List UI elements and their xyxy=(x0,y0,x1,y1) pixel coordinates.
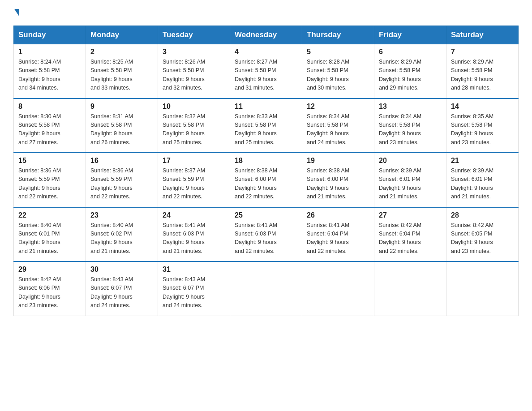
day-info: Sunrise: 8:25 AMSunset: 5:58 PMDaylight:… xyxy=(90,59,133,91)
day-info: Sunrise: 8:27 AMSunset: 5:58 PMDaylight:… xyxy=(235,59,277,91)
day-number: 17 xyxy=(163,157,225,165)
day-cell-17: 17Sunrise: 8:37 AMSunset: 5:59 PMDayligh… xyxy=(158,153,230,207)
empty-cell xyxy=(230,261,302,316)
day-info: Sunrise: 8:43 AMSunset: 6:07 PMDaylight:… xyxy=(163,276,205,308)
calendar-table: SundayMondayTuesdayWednesdayThursdayFrid… xyxy=(13,26,519,316)
day-info: Sunrise: 8:34 AMSunset: 5:58 PMDaylight:… xyxy=(307,113,349,146)
week-row-3: 15Sunrise: 8:36 AMSunset: 5:59 PMDayligh… xyxy=(14,153,519,207)
day-info: Sunrise: 8:40 AMSunset: 6:02 PMDaylight:… xyxy=(90,222,133,254)
day-number: 7 xyxy=(451,48,514,56)
empty-cell xyxy=(446,261,519,316)
logo-triangle-icon xyxy=(14,9,19,17)
day-number: 10 xyxy=(163,103,225,111)
day-cell-29: 29Sunrise: 8:42 AMSunset: 6:06 PMDayligh… xyxy=(14,261,86,316)
header-saturday: Saturday xyxy=(446,26,519,44)
day-info: Sunrise: 8:43 AMSunset: 6:07 PMDaylight:… xyxy=(90,276,133,308)
day-info: Sunrise: 8:39 AMSunset: 6:01 PMDaylight:… xyxy=(451,167,493,200)
day-number: 15 xyxy=(18,157,81,165)
day-cell-26: 26Sunrise: 8:41 AMSunset: 6:04 PMDayligh… xyxy=(302,207,374,262)
day-number: 26 xyxy=(307,211,369,219)
week-row-5: 29Sunrise: 8:42 AMSunset: 6:06 PMDayligh… xyxy=(14,261,519,316)
week-row-2: 8Sunrise: 8:30 AMSunset: 5:58 PMDaylight… xyxy=(14,98,519,153)
week-row-1: 1Sunrise: 8:24 AMSunset: 5:58 PMDaylight… xyxy=(14,44,519,98)
empty-cell xyxy=(302,261,374,316)
day-cell-18: 18Sunrise: 8:38 AMSunset: 6:00 PMDayligh… xyxy=(230,153,302,207)
day-cell-8: 8Sunrise: 8:30 AMSunset: 5:58 PMDaylight… xyxy=(14,98,86,153)
day-number: 6 xyxy=(379,48,442,56)
day-cell-16: 16Sunrise: 8:36 AMSunset: 5:59 PMDayligh… xyxy=(86,153,158,207)
day-number: 24 xyxy=(163,211,225,219)
day-number: 30 xyxy=(90,265,153,274)
header-wednesday: Wednesday xyxy=(230,26,302,44)
day-info: Sunrise: 8:38 AMSunset: 6:00 PMDaylight:… xyxy=(307,167,349,200)
day-cell-27: 27Sunrise: 8:42 AMSunset: 6:04 PMDayligh… xyxy=(374,207,446,262)
day-info: Sunrise: 8:38 AMSunset: 6:00 PMDaylight:… xyxy=(235,167,277,200)
day-info: Sunrise: 8:40 AMSunset: 6:01 PMDaylight:… xyxy=(18,222,61,254)
day-info: Sunrise: 8:41 AMSunset: 6:04 PMDaylight:… xyxy=(307,222,349,254)
day-cell-30: 30Sunrise: 8:43 AMSunset: 6:07 PMDayligh… xyxy=(86,261,158,316)
day-number: 20 xyxy=(379,157,442,165)
day-number: 23 xyxy=(90,211,153,219)
day-number: 28 xyxy=(451,211,514,219)
day-info: Sunrise: 8:41 AMSunset: 6:03 PMDaylight:… xyxy=(163,222,205,254)
day-number: 13 xyxy=(379,103,442,111)
day-info: Sunrise: 8:42 AMSunset: 6:05 PMDaylight:… xyxy=(451,222,493,254)
day-number: 8 xyxy=(18,103,81,111)
day-number: 18 xyxy=(235,157,297,165)
day-info: Sunrise: 8:37 AMSunset: 5:59 PMDaylight:… xyxy=(163,167,205,200)
day-number: 21 xyxy=(451,157,514,165)
header-sunday: Sunday xyxy=(14,26,86,44)
day-cell-12: 12Sunrise: 8:34 AMSunset: 5:58 PMDayligh… xyxy=(302,98,374,153)
day-number: 31 xyxy=(163,265,225,274)
day-number: 16 xyxy=(90,157,153,165)
day-info: Sunrise: 8:30 AMSunset: 5:58 PMDaylight:… xyxy=(18,113,61,146)
calendar-header-row: SundayMondayTuesdayWednesdayThursdayFrid… xyxy=(14,26,519,44)
day-info: Sunrise: 8:32 AMSunset: 5:58 PMDaylight:… xyxy=(163,113,205,146)
day-cell-7: 7Sunrise: 8:29 AMSunset: 5:58 PMDaylight… xyxy=(446,44,519,98)
day-info: Sunrise: 8:24 AMSunset: 5:58 PMDaylight:… xyxy=(18,59,61,91)
header-friday: Friday xyxy=(374,26,446,44)
day-info: Sunrise: 8:28 AMSunset: 5:58 PMDaylight:… xyxy=(307,59,349,91)
day-number: 1 xyxy=(18,48,81,56)
day-cell-19: 19Sunrise: 8:38 AMSunset: 6:00 PMDayligh… xyxy=(302,153,374,207)
day-cell-22: 22Sunrise: 8:40 AMSunset: 6:01 PMDayligh… xyxy=(14,207,86,262)
day-cell-13: 13Sunrise: 8:34 AMSunset: 5:58 PMDayligh… xyxy=(374,98,446,153)
day-cell-6: 6Sunrise: 8:29 AMSunset: 5:58 PMDaylight… xyxy=(374,44,446,98)
day-info: Sunrise: 8:26 AMSunset: 5:58 PMDaylight:… xyxy=(163,59,205,91)
day-number: 19 xyxy=(307,157,369,165)
day-cell-15: 15Sunrise: 8:36 AMSunset: 5:59 PMDayligh… xyxy=(14,153,86,207)
day-info: Sunrise: 8:42 AMSunset: 6:04 PMDaylight:… xyxy=(379,222,421,254)
day-cell-4: 4Sunrise: 8:27 AMSunset: 5:58 PMDaylight… xyxy=(230,44,302,98)
day-info: Sunrise: 8:36 AMSunset: 5:59 PMDaylight:… xyxy=(18,167,61,200)
day-number: 29 xyxy=(18,265,81,274)
day-cell-5: 5Sunrise: 8:28 AMSunset: 5:58 PMDaylight… xyxy=(302,44,374,98)
day-info: Sunrise: 8:36 AMSunset: 5:59 PMDaylight:… xyxy=(90,167,133,200)
day-cell-20: 20Sunrise: 8:39 AMSunset: 6:01 PMDayligh… xyxy=(374,153,446,207)
day-cell-24: 24Sunrise: 8:41 AMSunset: 6:03 PMDayligh… xyxy=(158,207,230,262)
day-number: 27 xyxy=(379,211,442,219)
day-cell-10: 10Sunrise: 8:32 AMSunset: 5:58 PMDayligh… xyxy=(158,98,230,153)
day-number: 3 xyxy=(163,48,225,56)
day-cell-2: 2Sunrise: 8:25 AMSunset: 5:58 PMDaylight… xyxy=(86,44,158,98)
day-number: 4 xyxy=(235,48,297,56)
page-header xyxy=(13,9,519,17)
day-cell-21: 21Sunrise: 8:39 AMSunset: 6:01 PMDayligh… xyxy=(446,153,519,207)
day-info: Sunrise: 8:34 AMSunset: 5:58 PMDaylight:… xyxy=(379,113,421,146)
day-cell-1: 1Sunrise: 8:24 AMSunset: 5:58 PMDaylight… xyxy=(14,44,86,98)
header-thursday: Thursday xyxy=(302,26,374,44)
day-cell-23: 23Sunrise: 8:40 AMSunset: 6:02 PMDayligh… xyxy=(86,207,158,262)
day-number: 25 xyxy=(235,211,297,219)
day-cell-28: 28Sunrise: 8:42 AMSunset: 6:05 PMDayligh… xyxy=(446,207,519,262)
day-number: 12 xyxy=(307,103,369,111)
header-tuesday: Tuesday xyxy=(158,26,230,44)
empty-cell xyxy=(374,261,446,316)
day-info: Sunrise: 8:31 AMSunset: 5:58 PMDaylight:… xyxy=(90,113,133,146)
day-cell-25: 25Sunrise: 8:41 AMSunset: 6:03 PMDayligh… xyxy=(230,207,302,262)
day-info: Sunrise: 8:39 AMSunset: 6:01 PMDaylight:… xyxy=(379,167,421,200)
day-number: 5 xyxy=(307,48,369,56)
day-cell-11: 11Sunrise: 8:33 AMSunset: 5:58 PMDayligh… xyxy=(230,98,302,153)
day-number: 11 xyxy=(235,103,297,111)
day-cell-14: 14Sunrise: 8:35 AMSunset: 5:58 PMDayligh… xyxy=(446,98,519,153)
day-info: Sunrise: 8:29 AMSunset: 5:58 PMDaylight:… xyxy=(379,59,421,91)
header-monday: Monday xyxy=(86,26,158,44)
